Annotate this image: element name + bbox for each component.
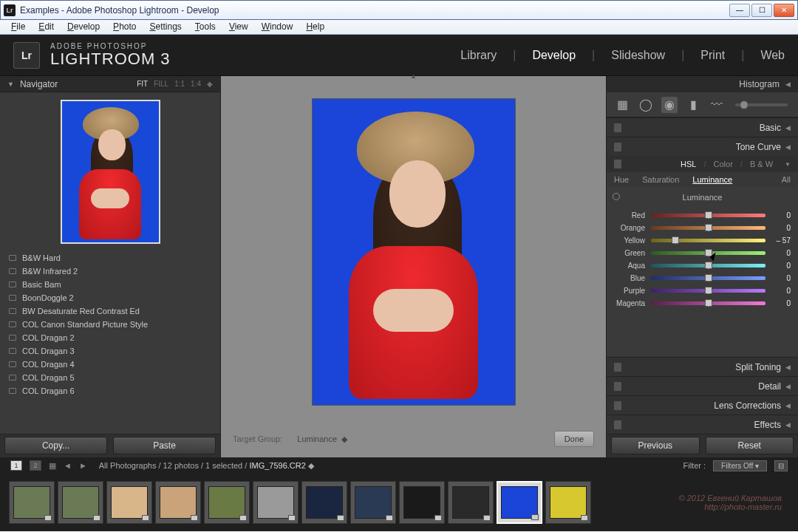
forward-arrow-icon[interactable]: ► [79, 461, 87, 470]
panel-switch-icon[interactable] [614, 363, 621, 372]
back-arrow-icon[interactable]: ◄ [64, 461, 72, 470]
slider-thumb[interactable] [705, 224, 712, 231]
filter-select[interactable]: Filters Off ▾ [713, 460, 767, 471]
slider-thumb[interactable] [705, 211, 712, 219]
zoom-fill[interactable]: FILL [154, 80, 168, 88]
slider-track[interactable] [651, 276, 765, 280]
preset-item[interactable]: COL Dragan 6 [0, 384, 220, 398]
slider-track[interactable] [651, 251, 765, 255]
filmstrip-thumb[interactable] [253, 481, 299, 524]
loupe-view[interactable] [228, 83, 598, 420]
slider-thumb[interactable] [705, 299, 712, 307]
panel-switch-icon[interactable] [614, 160, 621, 168]
section-lens-corrections[interactable]: Lens Corrections◀ [607, 395, 798, 415]
filmstrip-thumb[interactable] [497, 481, 542, 524]
crop-tool-icon[interactable]: ▦ [614, 97, 630, 113]
zoom-1-4[interactable]: 1:4 [191, 80, 201, 88]
redeye-tool-icon[interactable]: ◉ [661, 97, 678, 113]
preset-item[interactable]: COL Dragan 5 [0, 371, 220, 384]
slider-orange[interactable]: Orange0 [614, 222, 791, 234]
preset-item[interactable]: B&W Infrared 2 [0, 265, 220, 278]
filmstrip-thumb[interactable] [204, 481, 250, 524]
filmstrip-thumb[interactable] [350, 481, 396, 524]
preset-item[interactable]: B&W Hard [0, 251, 220, 265]
slider-thumb[interactable] [705, 274, 712, 282]
filmstrip-thumb[interactable] [106, 481, 152, 524]
zoom-1-1[interactable]: 1:1 [174, 80, 185, 88]
minimize-button[interactable]: — [729, 4, 750, 17]
secondary-display-button[interactable]: 2 [30, 460, 41, 471]
hsl-tab-bw[interactable]: B & W [750, 160, 773, 168]
slider-track[interactable] [651, 289, 765, 293]
menu-settings[interactable]: Settings [143, 20, 188, 34]
filmstrip-thumb[interactable] [399, 481, 445, 524]
basic-section-header[interactable]: Basic◀ [607, 117, 798, 137]
tonecurve-section-header[interactable]: Tone Curve◀ [607, 137, 798, 156]
spot-tool-icon[interactable]: ◯ [638, 97, 654, 113]
slider-blue[interactable]: Blue0 [614, 272, 791, 284]
menu-photo[interactable]: Photo [106, 20, 143, 34]
slider-track[interactable] [651, 239, 765, 242]
slider-thumb[interactable] [705, 287, 712, 294]
filmstrip-thumb[interactable] [545, 481, 591, 524]
filter-lock-icon[interactable]: ⊟ [774, 460, 788, 471]
menu-file[interactable]: File [4, 20, 32, 34]
panel-switch-icon[interactable] [614, 420, 621, 429]
filmstrip-thumb[interactable] [301, 481, 347, 524]
preset-item[interactable]: BoonDoggle 2 [0, 291, 220, 304]
panel-switch-icon[interactable] [614, 123, 621, 132]
histogram-header[interactable]: Histogram ◀ [607, 76, 798, 92]
preset-item[interactable]: COL Canon Standard Picture Style [0, 318, 220, 331]
menu-view[interactable]: View [222, 20, 255, 34]
menu-develop[interactable]: Develop [61, 20, 106, 34]
preset-item[interactable]: BW Desaturate Red Contrast Ed [0, 304, 220, 318]
preset-item[interactable]: COL Dragan 3 [0, 344, 220, 358]
preset-item[interactable]: Basic Bam [0, 278, 220, 291]
module-develop[interactable]: Develop [532, 49, 576, 62]
subtab-luminance[interactable]: Luminance [692, 175, 732, 184]
copy-button[interactable]: Copy... [4, 437, 107, 454]
panel-switch-icon[interactable] [614, 143, 621, 151]
filmstrip-thumb[interactable] [448, 481, 494, 524]
disclosure-icon[interactable]: ▼ [785, 161, 791, 168]
slider-track[interactable] [651, 214, 765, 217]
menu-help[interactable]: Help [299, 20, 331, 34]
filmstrip-thumb[interactable] [9, 481, 55, 524]
module-slideshow[interactable]: Slideshow [611, 49, 665, 62]
slider-thumb[interactable] [672, 236, 679, 244]
primary-display-button[interactable]: 1 [10, 460, 22, 471]
navigator-preview[interactable] [0, 92, 220, 251]
adjustment-brush-icon[interactable]: 〰 [709, 97, 725, 113]
slider-aqua[interactable]: Aqua0 [614, 259, 791, 272]
menu-tools[interactable]: Tools [188, 20, 222, 34]
target-group-select[interactable]: Luminance ◆ [288, 433, 356, 446]
slider-yellow[interactable]: Yellow– 57 [614, 234, 791, 247]
section-detail[interactable]: Detail◀ [607, 376, 798, 395]
module-web[interactable]: Web [760, 49, 785, 62]
menu-window[interactable]: Window [255, 20, 300, 34]
subtab-saturation[interactable]: Saturation [642, 175, 679, 184]
filmstrip-thumb[interactable] [155, 481, 201, 524]
section-effects[interactable]: Effects◀ [607, 415, 798, 434]
subtab-hue[interactable]: Hue [614, 175, 629, 184]
slider-track[interactable] [651, 301, 765, 305]
close-button[interactable]: ✕ [774, 4, 794, 17]
panel-switch-icon[interactable] [614, 382, 621, 391]
hsl-tab-hsl[interactable]: HSL [681, 160, 696, 168]
reset-button[interactable]: Reset [706, 437, 794, 454]
navigator-header[interactable]: ▼ Navigator FITFILL1:11:4◆ [0, 76, 220, 92]
slider-purple[interactable]: Purple0 [614, 284, 791, 297]
preset-item[interactable]: COL Dragan 4 [0, 358, 220, 371]
section-split-toning[interactable]: Split Toning◀ [607, 357, 798, 376]
tool-slider[interactable] [735, 103, 788, 106]
filmstrip-thumb[interactable] [58, 481, 103, 524]
paste-button[interactable]: Paste [113, 437, 216, 454]
grid-view-icon[interactable]: ▦ [49, 461, 56, 471]
collapse-icon[interactable]: ◀ [785, 81, 791, 88]
menu-edit[interactable]: Edit [32, 20, 61, 34]
panel-switch-icon[interactable] [614, 401, 621, 410]
slider-thumb[interactable] [705, 262, 712, 269]
previous-button[interactable]: Previous [611, 437, 700, 454]
maximize-button[interactable]: ☐ [751, 4, 772, 17]
zoom-fit[interactable]: FIT [137, 80, 148, 88]
